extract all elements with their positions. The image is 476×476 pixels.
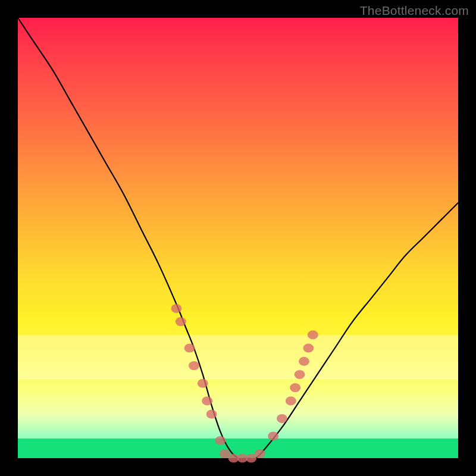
- data-marker: [255, 449, 265, 458]
- curve-svg: [18, 18, 458, 458]
- data-marker: [295, 370, 305, 379]
- data-marker: [303, 344, 314, 353]
- data-marker: [277, 414, 287, 423]
- attribution-text: TheBottleneck.com: [360, 4, 469, 18]
- data-marker: [286, 396, 296, 405]
- data-marker: [299, 357, 309, 366]
- data-marker: [171, 304, 181, 313]
- chart-frame: TheBottleneck.com: [0, 0, 476, 476]
- plot-area: [18, 18, 458, 458]
- data-marker: [189, 361, 199, 370]
- data-marker: [206, 410, 217, 419]
- data-marker: [215, 436, 226, 445]
- data-marker: [176, 317, 186, 326]
- marker-group: [171, 304, 318, 463]
- data-marker: [184, 344, 195, 353]
- data-marker: [290, 383, 300, 392]
- data-marker: [268, 432, 278, 441]
- bottleneck-curve: [18, 18, 458, 459]
- data-marker: [198, 379, 208, 388]
- data-marker: [308, 330, 318, 339]
- data-marker: [202, 396, 212, 405]
